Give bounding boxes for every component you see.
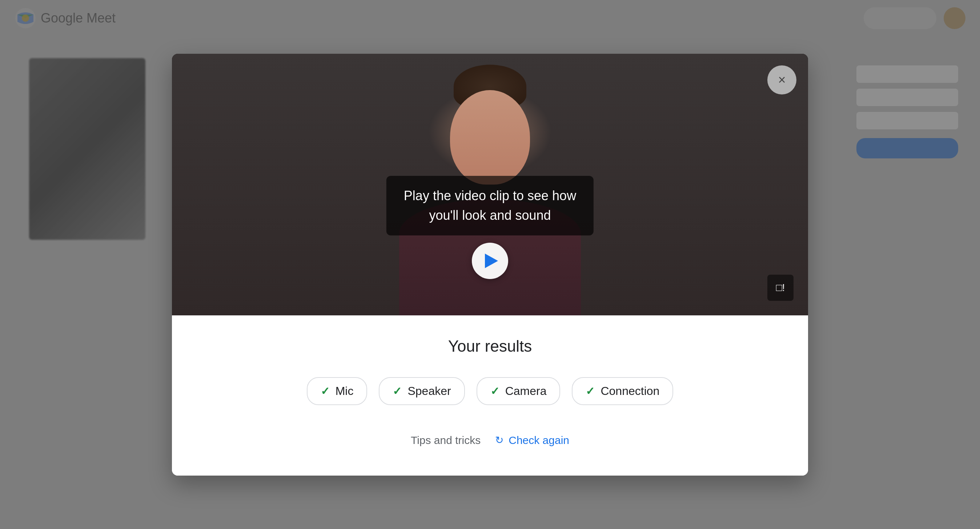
connection-status-chip: ✓ Connection [572,377,673,405]
speaker-status-chip: ✓ Speaker [379,377,465,405]
connection-chip-label: Connection [600,384,659,398]
results-title: Your results [208,337,772,355]
camera-status-chip: ✓ Camera [477,377,560,405]
close-icon: × [778,72,786,87]
refresh-icon: ↻ [495,434,503,446]
report-icon: □! [776,282,785,294]
check-again-button[interactable]: ↻ Check again [495,434,569,446]
play-button[interactable] [472,243,508,279]
camera-check-icon: ✓ [490,385,500,397]
close-button[interactable]: × [767,65,796,94]
preview-modal: Play the video clip to see how you'll lo… [172,54,808,476]
check-again-label: Check again [509,434,569,446]
video-preview-section: Play the video clip to see how you'll lo… [172,54,808,315]
tips-and-tricks-link[interactable]: Tips and tricks [411,434,480,446]
speaker-check-icon: ✓ [393,385,402,397]
footer-actions-row: Tips and tricks ↻ Check again [208,434,772,446]
results-section: Your results ✓ Mic ✓ Speaker ✓ Camera ✓ … [172,315,808,476]
connection-check-icon: ✓ [585,385,595,397]
play-icon [485,254,498,268]
report-button[interactable]: □! [767,275,794,301]
person-face [450,90,530,184]
mic-chip-label: Mic [336,384,354,398]
video-overlay-line2: you'll look and sound [429,208,551,223]
speaker-chip-label: Speaker [407,384,451,398]
video-overlay-text: Play the video clip to see how you'll lo… [387,176,593,235]
camera-chip-label: Camera [505,384,547,398]
status-chips-row: ✓ Mic ✓ Speaker ✓ Camera ✓ Connection [208,377,772,405]
mic-check-icon: ✓ [321,385,330,397]
mic-status-chip: ✓ Mic [307,377,368,405]
modal-backdrop: Play the video clip to see how you'll lo… [0,0,980,529]
video-overlay-line1: Play the video clip to see how [404,188,576,203]
